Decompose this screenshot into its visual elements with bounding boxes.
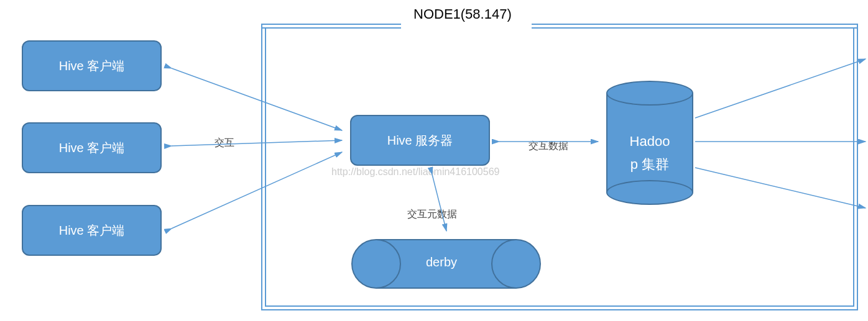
svg-line-0 [172,68,342,130]
diagram-canvas: { "frame_title":"NODE1(58.147)", "client… [0,0,868,321]
svg-line-1 [172,140,342,146]
svg-line-4 [432,174,446,231]
svg-line-7 [695,168,866,208]
svg-line-5 [695,59,866,118]
connector-layer [0,0,868,321]
svg-line-2 [172,152,342,228]
